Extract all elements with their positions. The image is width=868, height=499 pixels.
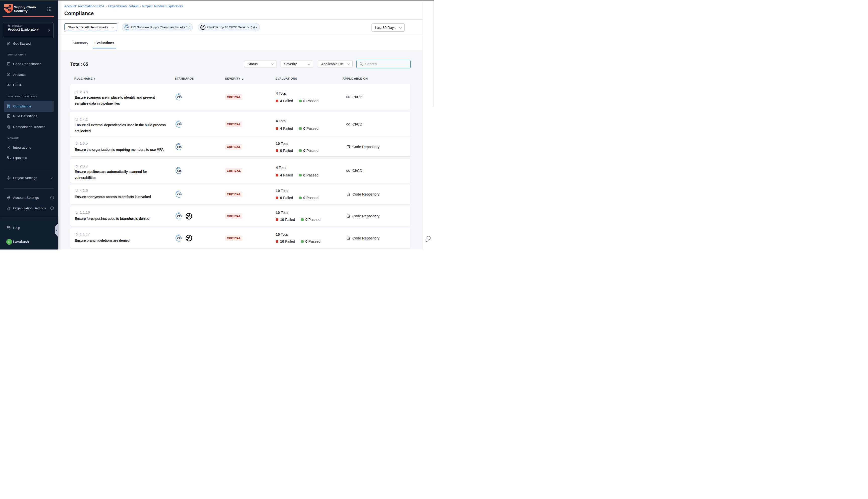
svg-text:?: ? [8, 226, 9, 228]
